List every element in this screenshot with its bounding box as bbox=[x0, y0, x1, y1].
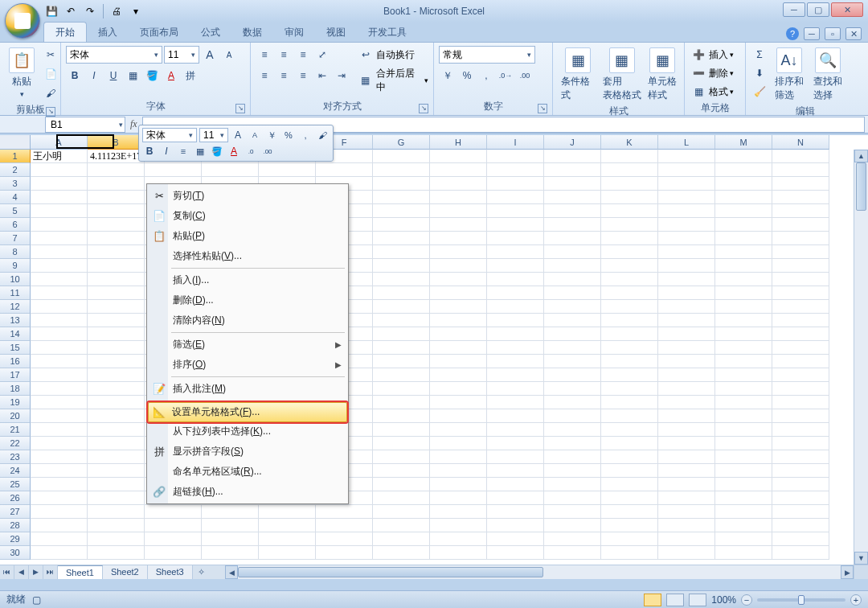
mini-painter-icon[interactable]: 🖌 bbox=[315, 128, 330, 142]
row-header[interactable]: 10 bbox=[0, 273, 31, 286]
align-center-icon[interactable]: ≡ bbox=[275, 67, 293, 84]
cell[interactable] bbox=[658, 437, 715, 450]
cell[interactable] bbox=[601, 546, 658, 560]
dialog-launcher-icon[interactable]: ↘ bbox=[46, 107, 55, 117]
cell[interactable] bbox=[487, 519, 544, 532]
cell[interactable] bbox=[772, 314, 829, 327]
cell[interactable] bbox=[544, 505, 601, 519]
dialog-launcher-icon[interactable]: ↘ bbox=[419, 104, 428, 113]
cell[interactable] bbox=[316, 505, 373, 519]
cell[interactable] bbox=[487, 232, 544, 245]
cell[interactable] bbox=[715, 450, 772, 464]
cell[interactable] bbox=[658, 355, 715, 368]
cell[interactable] bbox=[772, 341, 829, 355]
cell[interactable] bbox=[487, 355, 544, 368]
cell[interactable] bbox=[658, 273, 715, 286]
cell[interactable] bbox=[430, 314, 487, 327]
cell[interactable] bbox=[772, 177, 829, 191]
cell[interactable] bbox=[487, 191, 544, 204]
cell[interactable] bbox=[88, 355, 145, 368]
zoom-level[interactable]: 100% bbox=[711, 594, 736, 606]
sheet-nav-first-icon[interactable]: ⏮ bbox=[0, 565, 14, 579]
row-header[interactable]: 26 bbox=[0, 491, 31, 505]
mini-italic-button[interactable]: I bbox=[159, 144, 174, 158]
cell[interactable] bbox=[544, 396, 601, 409]
cell[interactable] bbox=[658, 478, 715, 491]
cell[interactable] bbox=[316, 163, 373, 177]
tab-开始[interactable]: 开始 bbox=[43, 22, 87, 42]
undo-icon[interactable]: ↶ bbox=[63, 3, 79, 19]
cell[interactable] bbox=[772, 286, 829, 300]
cell[interactable] bbox=[373, 396, 430, 409]
merge-center-button[interactable]: ▦合并后居中▾ bbox=[357, 67, 428, 94]
cell[interactable] bbox=[601, 382, 658, 396]
col-header[interactable]: G bbox=[373, 135, 430, 150]
cell[interactable] bbox=[544, 341, 601, 355]
cell[interactable] bbox=[487, 163, 544, 177]
cell[interactable] bbox=[544, 191, 601, 204]
cell[interactable] bbox=[373, 464, 430, 478]
cell[interactable] bbox=[601, 341, 658, 355]
sheet-tab[interactable]: Sheet1 bbox=[58, 565, 103, 579]
cell[interactable] bbox=[715, 259, 772, 273]
cell[interactable] bbox=[658, 382, 715, 396]
cell[interactable] bbox=[715, 314, 772, 327]
cell[interactable] bbox=[772, 163, 829, 177]
cell[interactable] bbox=[31, 382, 88, 396]
orientation-icon[interactable]: ⤢ bbox=[313, 46, 331, 64]
scroll-thumb[interactable] bbox=[856, 162, 866, 211]
workbook-restore-button[interactable]: ▫ bbox=[825, 27, 841, 40]
row-header[interactable]: 13 bbox=[0, 314, 31, 327]
cell[interactable] bbox=[658, 519, 715, 532]
cell[interactable] bbox=[601, 505, 658, 519]
cell[interactable] bbox=[31, 546, 88, 560]
cell[interactable] bbox=[373, 519, 430, 532]
cell[interactable] bbox=[487, 491, 544, 505]
grow-font-icon[interactable]: A bbox=[201, 46, 219, 64]
decrease-decimal-icon[interactable]: .00 bbox=[516, 67, 534, 84]
workbook-close-button[interactable]: ✕ bbox=[845, 27, 862, 40]
row-header[interactable]: 17 bbox=[0, 368, 31, 382]
cell[interactable] bbox=[658, 163, 715, 177]
mini-comma-icon[interactable]: , bbox=[298, 128, 313, 142]
cell[interactable] bbox=[430, 259, 487, 273]
name-box[interactable]: B1▾ bbox=[45, 117, 125, 133]
row-header[interactable]: 19 bbox=[0, 396, 31, 409]
cell[interactable] bbox=[658, 546, 715, 560]
cell[interactable] bbox=[31, 396, 88, 409]
cell[interactable] bbox=[544, 409, 601, 423]
cell[interactable] bbox=[487, 546, 544, 560]
cell[interactable] bbox=[601, 450, 658, 464]
cell[interactable] bbox=[88, 396, 145, 409]
cell[interactable] bbox=[88, 163, 145, 177]
cell[interactable] bbox=[373, 382, 430, 396]
cell[interactable] bbox=[88, 409, 145, 423]
cell[interactable] bbox=[430, 491, 487, 505]
cell[interactable] bbox=[373, 423, 430, 437]
cell[interactable] bbox=[316, 519, 373, 532]
cell[interactable] bbox=[373, 409, 430, 423]
clear-icon[interactable]: 🧹 bbox=[751, 83, 768, 101]
cell[interactable] bbox=[772, 368, 829, 382]
cell[interactable] bbox=[430, 396, 487, 409]
align-middle-icon[interactable]: ≡ bbox=[275, 46, 293, 64]
cell[interactable] bbox=[715, 150, 772, 163]
cell[interactable] bbox=[487, 245, 544, 259]
font-color-icon[interactable]: A bbox=[162, 67, 180, 84]
cell[interactable] bbox=[31, 491, 88, 505]
row-header[interactable]: 29 bbox=[0, 532, 31, 546]
help-icon[interactable]: ? bbox=[786, 27, 799, 40]
cell[interactable] bbox=[658, 218, 715, 232]
cells-insert-button[interactable]: ➕插入▾ bbox=[690, 46, 734, 64]
cell[interactable] bbox=[544, 300, 601, 314]
cell[interactable] bbox=[601, 286, 658, 300]
wrap-text-button[interactable]: ↩自动换行 bbox=[357, 46, 428, 64]
mini-fill-icon[interactable]: 🪣 bbox=[210, 144, 224, 158]
cell[interactable] bbox=[658, 204, 715, 218]
cell[interactable] bbox=[430, 218, 487, 232]
page-layout-view-icon[interactable] bbox=[666, 594, 684, 606]
cell[interactable] bbox=[601, 163, 658, 177]
cell[interactable] bbox=[601, 491, 658, 505]
cell[interactable] bbox=[430, 150, 487, 163]
cell[interactable] bbox=[202, 546, 259, 560]
